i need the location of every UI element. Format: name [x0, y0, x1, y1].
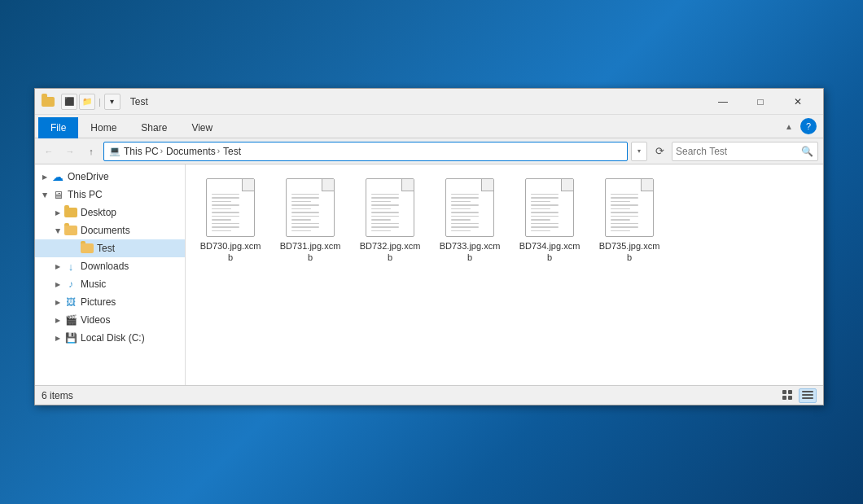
- expand-arrow-videos[interactable]: [51, 313, 64, 327]
- file-item[interactable]: BD734.jpg.xcmb: [513, 173, 586, 270]
- doc-line: [451, 216, 479, 217]
- quick-access-dropdown[interactable]: ▾: [104, 94, 120, 110]
- doc-lines: [291, 194, 319, 231]
- svg-rect-3: [788, 396, 792, 400]
- doc-line: [531, 201, 550, 202]
- doc-line: [212, 201, 231, 202]
- expand-arrow-pictures[interactable]: [51, 296, 64, 309]
- doc-line: [291, 197, 319, 198]
- sidebar-item-local-disk[interactable]: 💾 Local Disk (C:): [35, 329, 185, 347]
- sidebar-item-this-pc[interactable]: 🖥 This PC: [35, 186, 185, 204]
- sidebar-label-local-disk: Local Disk (C:): [81, 332, 180, 344]
- up-button[interactable]: ↑: [82, 142, 100, 160]
- document-icon: [366, 178, 414, 237]
- doc-line: [371, 194, 399, 195]
- view-grid-button[interactable]: [779, 388, 797, 403]
- svg-rect-2: [782, 396, 786, 400]
- doc-line: [531, 223, 559, 224]
- sidebar-label-this-pc: This PC: [68, 189, 180, 200]
- sidebar-label-music: Music: [81, 278, 180, 290]
- expand-arrow-documents[interactable]: [51, 224, 64, 237]
- ribbon-expand-button[interactable]: ▲: [781, 118, 797, 134]
- view-details-button[interactable]: [799, 388, 817, 403]
- address-path[interactable]: 💻 This PC › Documents › Test: [103, 142, 628, 161]
- doc-line: [371, 212, 399, 213]
- doc-line: [291, 223, 319, 224]
- doc-line: [611, 197, 638, 198]
- maximize-button[interactable]: □: [742, 89, 779, 115]
- expand-arrow-downloads[interactable]: [51, 260, 64, 273]
- doc-line: [451, 204, 479, 205]
- file-area: BD730.jpg.xcmb BD731.jpg.xcmb: [186, 164, 823, 385]
- tab-file[interactable]: File: [38, 117, 78, 138]
- doc-line: [371, 223, 399, 224]
- doc-line: [611, 208, 630, 209]
- tab-home[interactable]: Home: [78, 116, 129, 138]
- downloads-folder-icon: ↓: [64, 260, 77, 273]
- file-item[interactable]: BD733.jpg.xcmb: [433, 173, 506, 270]
- doc-line: [451, 197, 479, 198]
- expand-arrow-onedrive[interactable]: [38, 170, 51, 183]
- doc-line: [451, 230, 471, 231]
- sidebar-item-onedrive[interactable]: ☁ OneDrive: [35, 168, 185, 186]
- sidebar-item-test[interactable]: Test: [35, 239, 185, 257]
- doc-line: [451, 201, 471, 202]
- test-folder-icon: [81, 242, 94, 255]
- doc-line: [451, 208, 471, 209]
- doc-line: [451, 219, 471, 220]
- expand-arrow-this-pc[interactable]: [38, 188, 51, 201]
- sidebar-label-test: Test: [97, 243, 180, 254]
- expand-arrow-music[interactable]: [51, 278, 64, 291]
- doc-line: [291, 230, 311, 231]
- address-dropdown-button[interactable]: ▾: [631, 142, 647, 161]
- doc-line: [291, 204, 319, 205]
- sidebar-item-music[interactable]: ♪ Music: [35, 275, 185, 293]
- search-box[interactable]: 🔍: [672, 142, 818, 161]
- file-item[interactable]: BD732.jpg.xcmb: [353, 173, 427, 270]
- file-name: BD731.jpg.xcmb: [279, 240, 341, 264]
- close-button[interactable]: ✕: [779, 89, 817, 115]
- doc-line: [212, 208, 231, 209]
- doc-line: [451, 212, 479, 213]
- sidebar-item-desktop[interactable]: Desktop: [35, 204, 185, 221]
- doc-line: [212, 204, 239, 205]
- path-segment-test: Test: [223, 146, 241, 157]
- doc-line: [531, 230, 550, 231]
- music-folder-icon: ♪: [64, 278, 77, 291]
- onedrive-icon: ☁: [51, 170, 64, 183]
- sidebar-item-downloads[interactable]: ↓ Downloads: [35, 257, 185, 275]
- sidebar-item-videos[interactable]: 🎬 Videos: [35, 311, 185, 329]
- title-bar: ⬛ 📁 | ▾ Test — □ ✕: [35, 89, 823, 115]
- tab-share[interactable]: Share: [129, 116, 179, 138]
- path-label-this-pc: This PC: [124, 146, 159, 157]
- doc-line: [611, 223, 638, 224]
- help-button[interactable]: ?: [800, 118, 817, 134]
- doc-line: [531, 216, 559, 217]
- tab-view[interactable]: View: [179, 116, 225, 138]
- sidebar-item-pictures[interactable]: 🖼 Pictures: [35, 293, 185, 311]
- back-button[interactable]: ←: [40, 142, 58, 160]
- file-item[interactable]: BD731.jpg.xcmb: [274, 173, 347, 270]
- file-item[interactable]: BD730.jpg.xcmb: [194, 173, 267, 270]
- doc-line: [371, 216, 399, 217]
- refresh-button[interactable]: ⟳: [651, 142, 668, 160]
- svg-rect-0: [782, 390, 786, 394]
- file-item[interactable]: BD735.jpg.xcmb: [593, 173, 666, 270]
- search-input[interactable]: [676, 146, 799, 157]
- doc-line: [611, 212, 638, 213]
- this-pc-icon: 💻: [109, 146, 120, 156]
- sidebar-item-documents[interactable]: Documents: [35, 221, 185, 239]
- search-icon[interactable]: 🔍: [799, 144, 814, 159]
- doc-line: [371, 226, 399, 227]
- expand-arrow-local-disk[interactable]: [51, 331, 64, 344]
- quick-access-btn-2[interactable]: 📁: [79, 94, 95, 110]
- expand-arrow-desktop[interactable]: [51, 206, 64, 219]
- videos-folder-icon: 🎬: [64, 313, 77, 327]
- svg-rect-6: [802, 397, 813, 399]
- pc-icon: 🖥: [51, 188, 64, 201]
- forward-button[interactable]: →: [61, 142, 79, 160]
- window-icon: [42, 95, 55, 108]
- minimize-button[interactable]: —: [704, 89, 742, 115]
- quick-access-btn-1[interactable]: ⬛: [61, 94, 77, 110]
- path-segment-this-pc: 💻 This PC ›: [109, 146, 163, 157]
